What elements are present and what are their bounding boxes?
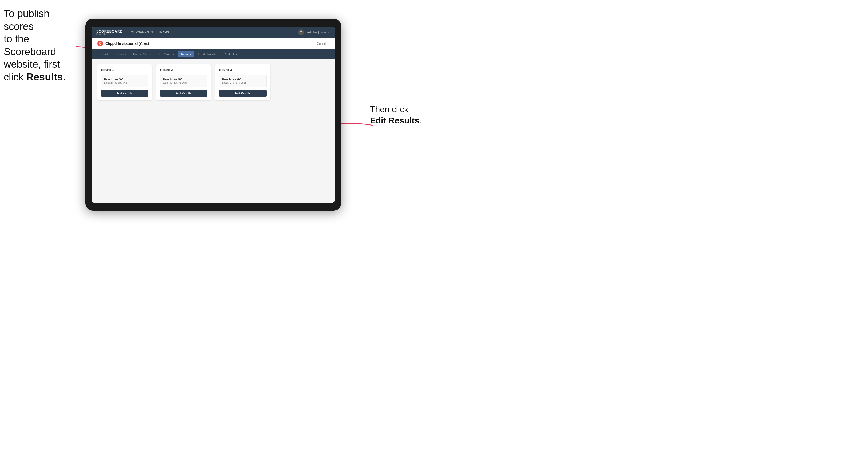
instruction-line2: to the Scoreboard: [4, 33, 56, 57]
logo-area: SCOREBOARD Powered by clippd: [96, 30, 123, 35]
round-3-title: Round 3: [219, 68, 267, 72]
close-icon: ✕: [327, 42, 329, 45]
tablet-frame: SCOREBOARD Powered by clippd TOURNAMENTS…: [85, 19, 341, 211]
edit-results-btn-1[interactable]: Edit Results: [101, 90, 149, 97]
user-avatar: T: [298, 29, 304, 35]
tab-course-setup[interactable]: Course Setup: [130, 51, 154, 57]
tab-leaderboards[interactable]: Leaderboards: [195, 51, 220, 57]
instruction-line4: click Results.: [4, 71, 66, 83]
tournament-name: Clippd Invitational (Alex): [105, 41, 149, 45]
tab-tee-groups[interactable]: Tee Groups: [155, 51, 177, 57]
main-content: Round 1 Peachtree GC Gold (M) (7010 yds)…: [92, 59, 335, 203]
cancel-button[interactable]: Cancel ✕: [317, 42, 329, 45]
nav-right: T Test User | Sign out: [298, 29, 330, 35]
round-1-title: Round 1: [101, 68, 149, 72]
round-2-title: Round 2: [160, 68, 208, 72]
round-1-card: Round 1 Peachtree GC Gold (M) (7010 yds)…: [97, 64, 152, 100]
logo-text: SCOREBOARD: [96, 30, 123, 33]
logo-subtitle: Powered by clippd: [96, 33, 123, 35]
instruction-right-line2: Edit Results: [370, 116, 419, 125]
round-2-card: Round 2 Peachtree GC Gold (M) (7010 yds)…: [156, 64, 211, 100]
round-2-course-detail: Gold (M) (7010 yds): [163, 82, 205, 85]
user-text: Test User | Sign out: [306, 31, 330, 34]
signout-link[interactable]: Sign out: [320, 31, 330, 34]
instruction-right-suffix: .: [419, 116, 422, 125]
sub-nav: Details Teams Course Setup Tee Groups Re…: [92, 49, 335, 59]
tab-results[interactable]: Results: [178, 51, 194, 57]
round-4-empty: [275, 64, 330, 100]
round-1-course-name: Peachtree GC: [104, 78, 146, 81]
round-2-course-card: Peachtree GC Gold (M) (7010 yds): [160, 75, 208, 87]
round-3-course-detail: Gold (M) (7010 yds): [222, 82, 264, 85]
instruction-right: Then click Edit Results.: [370, 104, 429, 126]
nav-links: TOURNAMENTS TEAMS: [129, 31, 298, 34]
nav-teams[interactable]: TEAMS: [158, 31, 169, 34]
round-3-card: Round 3 Peachtree GC Gold (M) (7010 yds)…: [215, 64, 270, 100]
round-2-course-name: Peachtree GC: [163, 78, 205, 81]
instruction-line1: To publish scores: [4, 8, 49, 32]
edit-results-btn-3[interactable]: Edit Results: [219, 90, 267, 97]
round-3-course-name: Peachtree GC: [222, 78, 264, 81]
round-3-course-card: Peachtree GC Gold (M) (7010 yds): [219, 75, 267, 87]
tab-teams[interactable]: Teams: [114, 51, 129, 57]
nav-tournaments[interactable]: TOURNAMENTS: [129, 31, 153, 34]
instruction-line3: website, first: [4, 59, 60, 70]
tab-details[interactable]: Details: [97, 51, 113, 57]
tournament-header: C Clippd Invitational (Alex) Cancel ✕: [92, 38, 335, 49]
tab-printables[interactable]: Printables: [221, 51, 240, 57]
instruction-left: To publish scores to the Scoreboard webs…: [4, 7, 79, 84]
round-1-course-card: Peachtree GC Gold (M) (7010 yds): [101, 75, 149, 87]
tournament-icon: C: [97, 40, 103, 46]
instruction-right-line1: Then click: [370, 104, 408, 114]
edit-results-btn-2[interactable]: Edit Results: [160, 90, 208, 97]
top-nav: SCOREBOARD Powered by clippd TOURNAMENTS…: [92, 27, 335, 38]
rounds-grid: Round 1 Peachtree GC Gold (M) (7010 yds)…: [97, 64, 329, 100]
round-1-course-detail: Gold (M) (7010 yds): [104, 82, 146, 85]
tournament-title-area: C Clippd Invitational (Alex): [97, 40, 149, 46]
tablet-screen: SCOREBOARD Powered by clippd TOURNAMENTS…: [92, 27, 335, 203]
